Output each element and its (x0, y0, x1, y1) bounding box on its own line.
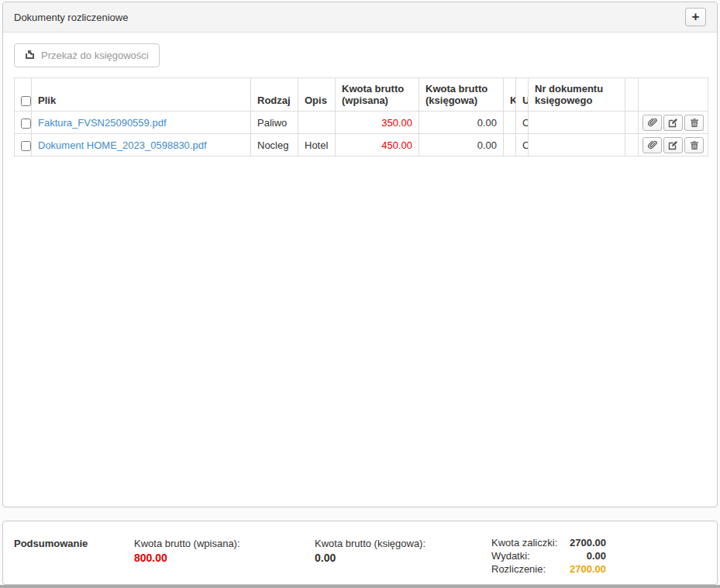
summary-zaliczka-value: 2700.00 (570, 536, 606, 549)
panel-heading: Dokumenty rozliczeniowe + (3, 2, 717, 33)
cell-nr-dokumentu (529, 112, 625, 134)
header-nr-dokumentu: Nr dokumentu księgowego (529, 78, 625, 112)
header-kwota-wpisana: Kwota brutto (wpisana) (336, 78, 419, 112)
edit-button[interactable] (663, 115, 683, 131)
cell-kwota-wpisana: 450.00 (336, 134, 419, 156)
edit-icon (668, 139, 678, 151)
table-row: Faktura_FVSN25090559.pdf Paliwo 350.00 0… (15, 112, 708, 134)
summary-kwota-ksiegowa-value: 0.00 (315, 552, 336, 564)
edit-icon (668, 117, 678, 129)
trash-icon (690, 117, 699, 129)
panel-title: Dokumenty rozliczeniowe (14, 12, 128, 23)
cell-u: O (516, 134, 529, 156)
trash-icon (690, 139, 699, 151)
summary-kwota-ksiegowa-label: Kwota brutto (księgowa): (315, 538, 425, 549)
header-empty (625, 78, 639, 112)
header-u: U (516, 78, 529, 112)
summary-wydatki-value: 0.00 (587, 549, 606, 562)
cell-kwota-ksiegowa: 0.00 (419, 112, 504, 134)
add-document-button[interactable]: + (685, 8, 706, 26)
table-row: Dokument HOME_2023_0598830.pdf Nocleg Ho… (15, 134, 708, 156)
header-actions (639, 78, 708, 112)
summary-kwota-wpisana-label: Kwota brutto (wpisana): (134, 538, 240, 549)
documents-panel: Dokumenty rozliczeniowe + Przekaż do ksi… (2, 2, 718, 507)
summary-balance-block: Kwota zaliczki: 2700.00 Wydatki: 0.00 Ro… (491, 536, 606, 576)
cell-empty (625, 112, 639, 134)
documents-table: Plik Rodzaj Opis Kwota brutto (wpisana) … (14, 77, 708, 156)
header-kwota-ksiegowa: Kwota brutto (księgowa) (419, 78, 504, 112)
header-opis: Opis (298, 78, 336, 112)
export-icon (25, 50, 35, 62)
header-k: K (504, 78, 516, 112)
edit-button[interactable] (663, 137, 683, 153)
cell-rodzaj: Nocleg (251, 134, 298, 156)
page-bottom-edge (0, 585, 720, 588)
panel-body: Przekaż do księgowości Plik Rodzaj Opis … (3, 33, 717, 167)
cell-nr-dokumentu (529, 134, 625, 156)
attach-button[interactable] (642, 115, 662, 131)
delete-button[interactable] (684, 137, 704, 153)
cell-opis (298, 112, 336, 134)
summary-rozliczenie-value: 2700.00 (570, 562, 606, 576)
summary-rozliczenie-label: Rozliczenie: (491, 562, 546, 576)
table-header-row: Plik Rodzaj Opis Kwota brutto (wpisana) … (15, 78, 708, 112)
row-checkbox[interactable] (21, 119, 31, 129)
summary-title: Podsumowanie (14, 538, 88, 549)
cell-u: O (516, 112, 529, 134)
attach-icon (647, 117, 657, 129)
select-all-checkbox[interactable] (21, 96, 31, 106)
summary-kwota-wpisana-value: 800.00 (134, 552, 167, 564)
cell-kwota-ksiegowa: 0.00 (419, 134, 504, 156)
cell-opis: Hotel (298, 134, 336, 156)
summary-zaliczka-label: Kwota zaliczki: (491, 536, 557, 549)
summary-wydatki-label: Wydatki: (491, 549, 530, 562)
header-plik: Plik (32, 78, 251, 112)
file-link[interactable]: Dokument HOME_2023_0598830.pdf (38, 139, 207, 151)
header-rodzaj: Rodzaj (251, 78, 298, 112)
cell-k (504, 134, 516, 156)
attach-icon (647, 139, 657, 151)
delete-button[interactable] (684, 115, 704, 131)
cell-rodzaj: Paliwo (251, 112, 298, 134)
cell-actions (639, 134, 708, 156)
attach-button[interactable] (642, 137, 662, 153)
cell-kwota-wpisana: 350.00 (336, 112, 419, 134)
transfer-to-accounting-button[interactable]: Przekaż do księgowości (14, 43, 160, 67)
cell-empty (625, 134, 639, 156)
row-checkbox[interactable] (21, 141, 31, 151)
file-link[interactable]: Faktura_FVSN25090559.pdf (38, 117, 167, 129)
cell-k (504, 112, 516, 134)
summary-panel: Podsumowanie Kwota brutto (wpisana): 800… (2, 521, 718, 585)
cell-actions (639, 112, 708, 134)
transfer-button-label: Przekaż do księgowości (41, 50, 149, 61)
